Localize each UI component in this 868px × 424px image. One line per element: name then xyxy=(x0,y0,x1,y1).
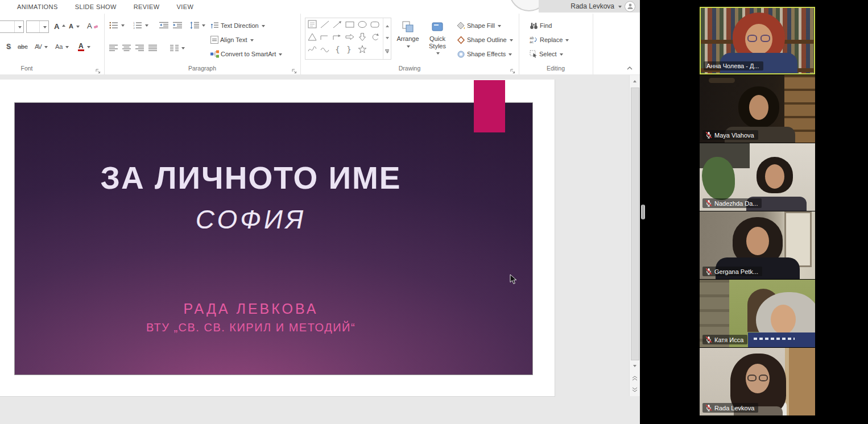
slide-affiliation[interactable]: ВТУ „СВ. СВ. КИРИЛ И МЕТОДИЙ“ xyxy=(15,321,487,334)
replace-button[interactable]: abac Replace xyxy=(528,35,571,45)
slide-text-block: ЗА ЛИЧНОТО ИМЕ СОФИЯ РАДА ЛЕВКОВА ВТУ „С… xyxy=(15,103,487,375)
participant-tile-2[interactable]: Maya Vlahova xyxy=(700,75,815,143)
account-caret-icon xyxy=(618,6,622,10)
caret-icon xyxy=(43,26,47,30)
caret-icon xyxy=(145,24,148,28)
character-spacing-button[interactable]: AV xyxy=(33,43,49,51)
paragraph-dialog-launcher[interactable] xyxy=(292,66,297,72)
account-name[interactable]: Rada Levkova xyxy=(571,2,614,10)
caret-icon xyxy=(18,26,22,30)
convert-smartart-button[interactable]: Convert to SmartArt xyxy=(209,49,284,59)
drawing-dialog-launcher[interactable] xyxy=(510,66,516,72)
clear-formatting-button[interactable]: A xyxy=(85,21,100,31)
tab-view[interactable]: VIEW xyxy=(177,3,194,10)
caret-icon xyxy=(44,46,48,50)
tab-animations[interactable]: ANIMATIONS xyxy=(17,3,58,10)
next-slide-button[interactable] xyxy=(630,384,640,394)
smartart-icon xyxy=(210,50,219,58)
shapes-gallery-more-button[interactable] xyxy=(383,45,391,59)
shape-outline-button[interactable]: Shape Outline xyxy=(455,35,515,45)
replace-icon: abac xyxy=(530,36,538,44)
bullets-button[interactable] xyxy=(108,20,126,30)
font-name-combobox[interactable] xyxy=(0,20,24,33)
slide-author[interactable]: РАДА ЛЕВКОВА xyxy=(15,301,487,317)
font-size-combobox[interactable] xyxy=(26,20,49,33)
participant-tile-3[interactable]: Nadezhda Da... xyxy=(700,143,815,211)
muted-mic-icon xyxy=(705,404,712,411)
quick-styles-button[interactable]: Quick Styles xyxy=(424,18,450,62)
video-scene-prop xyxy=(709,78,735,83)
slide-canvas[interactable]: ЗА ЛИЧНОТО ИМЕ СОФИЯ РАДА ЛЕВКОВА ВТУ „С… xyxy=(14,102,533,375)
shape-fill-button[interactable]: Shape Fill xyxy=(455,20,503,31)
shapes-gallery-row-1[interactable] xyxy=(307,18,379,31)
increase-indent-icon xyxy=(173,22,182,29)
strikethrough-glyph: abc xyxy=(18,44,28,50)
align-right-icon xyxy=(135,44,144,52)
align-center-button[interactable] xyxy=(121,43,133,53)
triangle-up-icon xyxy=(633,78,636,82)
participant-tile-4[interactable]: Gergana Petk... xyxy=(700,211,815,279)
dialog-launcher-icon xyxy=(510,69,515,74)
slide-title-line1[interactable]: ЗА ЛИЧНОТО ИМЕ xyxy=(15,160,487,196)
dialog-launcher-icon xyxy=(292,69,297,74)
binoculars-icon xyxy=(530,22,538,30)
tab-review[interactable]: REVIEW xyxy=(134,3,160,10)
align-text-button[interactable]: Align Text xyxy=(209,35,255,45)
caret-icon xyxy=(181,47,185,51)
shrink-font-glyph: A xyxy=(69,23,73,30)
participant-tile-5[interactable]: Катя Исса xyxy=(700,280,815,347)
panel-resize-handle[interactable] xyxy=(641,205,645,219)
video-scene-person xyxy=(771,305,796,334)
video-scene-person xyxy=(745,24,772,55)
triangle-down-icon xyxy=(633,365,636,369)
tab-slide-show[interactable]: SLIDE SHOW xyxy=(75,3,117,10)
shapes-gallery-row-2[interactable] xyxy=(307,31,379,43)
font-name-dropdown[interactable] xyxy=(14,21,23,32)
find-button[interactable]: Find xyxy=(528,20,553,31)
line-spacing-button[interactable] xyxy=(188,20,207,30)
shrink-font-button[interactable]: A xyxy=(67,22,81,31)
arrange-button[interactable]: Arrange xyxy=(395,18,421,62)
increase-indent-button[interactable] xyxy=(171,20,184,30)
columns-button[interactable] xyxy=(168,43,187,53)
justify-button[interactable] xyxy=(147,43,159,53)
shapes-gallery-row-3[interactable]: { } xyxy=(307,43,379,56)
slide-title-line2[interactable]: СОФИЯ xyxy=(15,204,487,235)
person-icon xyxy=(627,3,634,10)
change-case-button[interactable]: Aa xyxy=(53,43,71,51)
participant-name-label: Maya Vlahova xyxy=(702,130,758,140)
strikethrough-button[interactable]: abc xyxy=(16,43,30,51)
participant-tile-6[interactable]: Rada Levkova xyxy=(700,348,815,415)
align-center-icon xyxy=(122,44,131,52)
scroll-down-button[interactable] xyxy=(630,361,640,372)
vertical-scrollbar[interactable] xyxy=(629,75,640,396)
participant-name-label: Gergana Petk... xyxy=(702,267,762,276)
shape-effects-button[interactable]: Shape Effects xyxy=(455,49,514,60)
scrollbar-thumb[interactable] xyxy=(631,88,639,360)
participant-name-label: Nadezhda Da... xyxy=(702,198,762,208)
decrease-indent-button[interactable] xyxy=(158,20,170,30)
slide-accent-rectangle[interactable] xyxy=(474,80,505,132)
shapes-scroll-down-button[interactable] xyxy=(383,32,391,45)
shapes-scroll-up-button[interactable] xyxy=(383,18,391,32)
account-area[interactable]: Rada Levkova xyxy=(539,0,640,13)
font-size-dropdown[interactable] xyxy=(39,21,48,32)
ribbon-group-drawing: { } Arrange Quick Styles xyxy=(300,14,519,74)
account-avatar[interactable] xyxy=(625,1,635,12)
align-right-button[interactable] xyxy=(134,43,146,53)
previous-slide-button[interactable] xyxy=(630,373,640,383)
more-icon xyxy=(385,49,389,55)
participant-tile-1[interactable]: Анна Чолева - Д... xyxy=(700,7,815,74)
font-color-button[interactable]: A xyxy=(76,41,92,52)
align-left-button[interactable] xyxy=(108,43,119,53)
grow-font-button[interactable]: A xyxy=(52,22,67,31)
collapse-ribbon-button[interactable] xyxy=(625,65,634,71)
text-direction-button[interactable]: Text Direction xyxy=(209,20,267,31)
select-button[interactable]: Select xyxy=(528,49,565,59)
video-scene-person xyxy=(749,95,768,120)
font-dialog-launcher[interactable] xyxy=(96,66,101,72)
numbering-button[interactable]: 123 xyxy=(131,20,150,30)
drawing-group-label: Drawing xyxy=(300,65,519,72)
scroll-up-button[interactable] xyxy=(630,75,640,85)
text-shadow-button[interactable]: S xyxy=(5,42,13,51)
